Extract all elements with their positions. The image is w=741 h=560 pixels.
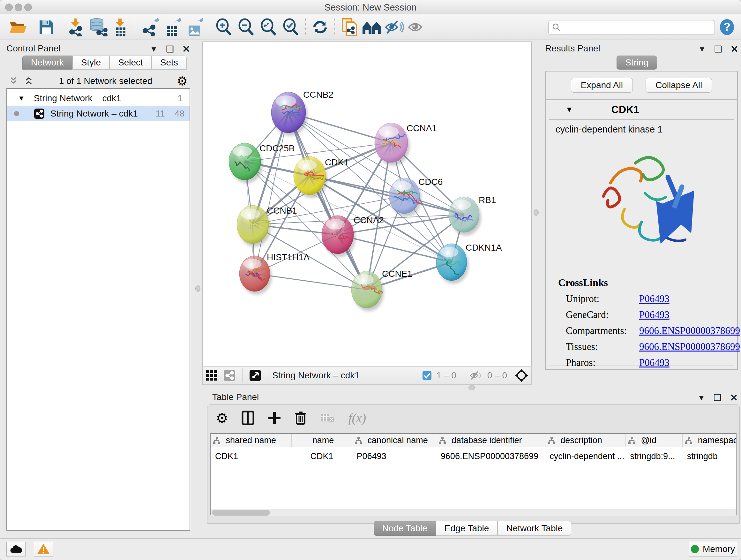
crosslink-link[interactable]: P06493 [639,309,670,320]
first-neighbors-button[interactable] [360,17,383,37]
cell-namespace[interactable]: stringdb [683,447,736,465]
tab-network-table[interactable]: Network Table [497,521,571,536]
zoom-selected-button[interactable] [280,17,302,37]
network-canvas[interactable]: CCNB2CCNA1CDC25BCDK1CDC6RB1CCNB1CCNA2CDK… [202,42,532,367]
table-row[interactable]: CDK1 CDK1 P06493 9606.ENSP00000378699 cy… [210,447,736,465]
table-options-gear-icon[interactable]: ⚙ [216,410,228,426]
close-panel-icon[interactable]: ✕ [730,392,738,403]
tab-edge-table[interactable]: Edge Table [436,521,498,536]
network-node-CDC6[interactable]: CDC6 [389,177,443,217]
tab-sets[interactable]: Sets [151,56,187,70]
cell-database-identifier[interactable]: 9606.ENSP00000378699 [436,447,545,465]
left-splitter-handle[interactable] [195,286,200,292]
open-file-button[interactable] [7,17,29,37]
column-header[interactable]: shared name [210,434,291,447]
export-network-button[interactable] [138,17,161,37]
collapse-panel-icon[interactable]: ▼ [698,45,706,54]
network-node-CCNB2[interactable]: CCNB2 [271,90,333,136]
cell-id[interactable]: stringdb:9... [626,447,683,465]
show-columns-icon[interactable] [242,411,254,425]
export-table-button[interactable] [161,17,183,37]
table-horizontal-scrollbar[interactable] [211,509,736,516]
collapse-entry-icon[interactable]: ▼ [565,105,573,114]
zoom-fit-button[interactable] [257,17,280,37]
cell-canonical-name[interactable]: P06493 [352,447,436,465]
memory-button[interactable]: Memory [689,542,737,557]
zoom-out-button[interactable] [235,17,257,37]
network-node-CDKN1A[interactable]: CDKN1A [436,243,502,284]
add-column-icon[interactable] [268,411,281,425]
network-share-icon [34,108,45,119]
save-session-button[interactable] [35,17,57,37]
delete-column-trash-icon[interactable] [294,411,307,425]
network-node-CCNE1[interactable]: CCNE1 [351,269,412,311]
import-network-from-database-button[interactable] [87,17,109,37]
birds-eye-view-button[interactable] [246,365,264,386]
crosslink-link[interactable]: 9606.ENSP00000378699 [639,341,740,353]
network-node-CDC25B[interactable]: CDC25B [229,143,294,183]
node-details-header[interactable]: ▼ CDK1 [546,100,737,119]
network-node-CCNB1[interactable]: CCNB1 [237,205,297,247]
column-header[interactable]: @id [626,434,683,447]
clone-network-button[interactable] [338,17,360,37]
network-node-CCNA1[interactable]: CCNA1 [375,123,437,166]
column-header[interactable]: database identifier [436,434,545,447]
warning-status-button[interactable] [34,542,53,557]
collapse-panel-icon[interactable]: ▼ [150,45,158,54]
svg-text:?: ? [724,20,731,34]
tab-network[interactable]: Network [22,56,72,70]
network-view-button[interactable] [220,365,239,386]
column-header[interactable]: namespac [683,434,736,447]
close-panel-icon[interactable]: ✕ [182,44,190,55]
network-node-RB1[interactable]: RB1 [449,195,496,236]
fit-content-button[interactable] [512,365,531,386]
collapse-all-icon[interactable] [8,76,19,86]
grid-view-button[interactable] [203,365,220,386]
expand-all-icon[interactable] [23,76,35,86]
network-options-gear-icon[interactable]: ⚙ [177,76,188,86]
scrollbar-thumb[interactable] [212,510,270,516]
crosslink-link[interactable]: P06493 [639,293,670,305]
import-table-from-file-button[interactable] [109,17,131,37]
node-table[interactable]: shared name name canonical name database… [210,433,737,515]
cell-name[interactable]: CDK1 [291,447,352,465]
network-row-selected[interactable]: String Network – cdk1 11 48 [7,106,190,121]
column-header[interactable]: description [545,434,625,447]
tab-node-table[interactable]: Node Table [374,521,436,536]
network-edge[interactable] [255,112,288,273]
crosslink-link[interactable]: P06493 [639,357,670,368]
tab-string[interactable]: String [616,56,657,70]
network-edge[interactable] [288,112,367,290]
right-splitter-handle[interactable] [534,209,539,216]
show-all-button[interactable] [405,17,428,37]
help-button[interactable]: ? [719,19,735,36]
tree-expander-icon[interactable]: ▼ [18,94,25,103]
collapse-panel-icon[interactable]: ▼ [697,393,705,402]
hide-selected-button[interactable] [383,17,405,37]
zoom-in-button[interactable] [212,17,235,37]
cloud-status-button[interactable] [6,542,25,557]
network-node-CDK1[interactable]: CDK1 [293,157,349,198]
expand-all-button[interactable]: Expand All [571,78,633,92]
close-panel-icon[interactable]: ✕ [731,44,738,55]
network-node-CCNA2[interactable]: CCNA2 [322,215,384,257]
collapse-all-button[interactable]: Collapse All [646,78,712,92]
float-panel-icon[interactable]: ❑ [714,44,722,54]
float-panel-icon[interactable]: ❑ [714,392,722,403]
selected-checkbox-icon[interactable] [422,371,432,380]
cell-description[interactable]: cyclin-dependent ... [545,447,625,465]
tab-select[interactable]: Select [110,56,151,70]
crosslink-link[interactable]: 9606.ENSP00000378699 [639,325,740,336]
export-image-button[interactable] [183,17,205,37]
network-node-HIST1H1A[interactable]: HIST1H1A [239,252,310,295]
apply-style-refresh-button[interactable] [309,17,331,37]
cell-shared-name[interactable]: CDK1 [210,447,291,465]
float-panel-icon[interactable]: ❑ [166,44,174,54]
crosslink-row: Uniprot: P06493 [558,293,740,305]
column-header[interactable]: canonical name [352,434,436,447]
tab-style[interactable]: Style [72,56,110,70]
import-network-from-file-button[interactable] [64,17,87,37]
network-collection-row[interactable]: ▼ String Network – cdk1 1 [7,91,190,106]
column-header[interactable]: name [291,434,352,447]
search-input[interactable] [561,22,700,33]
